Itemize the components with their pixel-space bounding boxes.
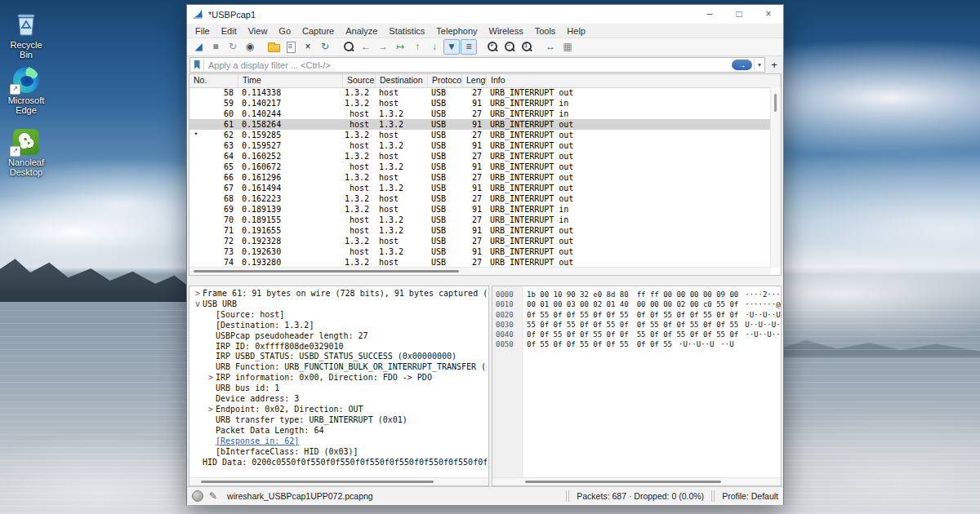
response-link[interactable]: [Response in: 62] [216, 436, 299, 447]
detail-line[interactable]: [Response in: 62] [191, 436, 487, 447]
close-button[interactable]: × [754, 5, 783, 24]
detail-line[interactable]: Packet Data Length: 64 [191, 426, 487, 436]
detail-line[interactable]: URB Function: URB_FUNCTION_BULK_OR_INTER… [191, 362, 487, 373]
tree-expander-icon[interactable]: > [193, 289, 203, 299]
detail-line[interactable]: [bInterfaceClass: HID (0x03)] [191, 447, 487, 458]
packet-row-65[interactable]: 650.160672host1.3.2USB91URB_INTERRUPT ou… [189, 162, 771, 172]
packet-row-71[interactable]: 710.191655host1.3.2USB91URB_INTERRUPT ou… [189, 225, 771, 236]
display-filter-input[interactable]: Apply a display filter ... <Ctrl-/> → ▾ [189, 57, 765, 73]
packet-row-58[interactable]: 580.1143381.3.2hostUSB27URB_INTERRUPT ou… [189, 87, 771, 98]
column-header-protocol[interactable]: Protocol [428, 74, 462, 87]
menu-view[interactable]: View [243, 25, 274, 37]
go-last-icon[interactable]: ↓ [426, 39, 443, 55]
hex-row[interactable]: 00001b 00 10 90 32 e0 8d 80ff ff 00 00 0… [492, 290, 781, 299]
detail-line[interactable]: vUSB URB [191, 299, 487, 310]
detail-line[interactable]: [Destination: 1.3.2] [191, 321, 487, 331]
zoom-out-icon[interactable]: − [501, 39, 518, 55]
maximize-button[interactable]: □ [724, 5, 754, 24]
menu-help[interactable]: Help [561, 25, 591, 37]
add-filter-button-plus[interactable]: + [768, 59, 781, 71]
detail-line[interactable]: IRP ID: 0xffff808de0329010 [191, 342, 487, 352]
packet-row-60[interactable]: 600.140244host1.3.2USB27URB_INTERRUPT in [189, 109, 771, 119]
auto-scroll-icon[interactable]: ▼ [443, 39, 460, 55]
detail-line[interactable]: >IRP information: 0x00, Direction: FDO -… [191, 373, 487, 383]
expert-info-icon[interactable] [192, 490, 203, 502]
hex-row[interactable]: 003055 0f 0f 55 0f 0f 55 0f0f 55 0f 0f 5… [492, 320, 781, 330]
packet-list-horizontal-scrollbar[interactable] [189, 267, 771, 275]
filter-dropdown-caret[interactable]: ▾ [754, 59, 764, 71]
desktop-icon-microsoft-edge[interactable]: ↗ Microsoft Edge [3, 67, 49, 115]
detail-horizontal-scrollbar[interactable] [189, 477, 488, 485]
menu-go[interactable]: Go [273, 25, 296, 37]
detail-line[interactable]: >Endpoint: 0x02, Direction: OUT [191, 405, 487, 415]
packet-detail-pane[interactable]: >Frame 61: 91 bytes on wire (728 bits), … [189, 286, 489, 486]
detail-line[interactable]: [Source: host] [191, 310, 487, 321]
packet-row-68[interactable]: 680.1622231.3.2hostUSB27URB_INTERRUPT ou… [189, 193, 771, 204]
title-bar[interactable]: *USBPcap1 – □ × [187, 5, 783, 24]
go-forward-icon[interactable]: → [375, 39, 391, 55]
apply-filter-button[interactable]: → [732, 60, 752, 70]
detail-line[interactable]: USBPcap pseudoheader length: 27 [191, 331, 487, 342]
desktop-icon-nanoleaf-desktop[interactable]: ↗ Nanoleaf Desktop [3, 129, 49, 177]
column-header-length[interactable]: Length [462, 74, 487, 87]
menu-statistics[interactable]: Statistics [383, 25, 430, 37]
reload-file-icon[interactable]: ↻ [317, 39, 333, 55]
column-header-info[interactable]: Info [487, 74, 781, 87]
packet-list-header[interactable]: No.TimeSourceDestinationProtocolLengthIn… [189, 74, 781, 88]
column-header-no[interactable]: No. [189, 74, 238, 87]
tree-expander-icon[interactable]: > [206, 373, 216, 383]
go-to-packet-icon[interactable]: ↦ [392, 39, 408, 55]
column-header-destination[interactable]: Destination [376, 74, 428, 87]
packet-row-59[interactable]: 590.1402171.3.2hostUSB91URB_INTERRUPT in [189, 98, 771, 109]
column-header-time[interactable]: Time [238, 74, 343, 87]
filter-bookmark-icon[interactable] [190, 59, 204, 71]
save-file-icon[interactable] [283, 39, 299, 55]
detail-line[interactable]: IRP USBD_STATUS: USBD_STATUS_SUCCESS (0x… [191, 352, 487, 362]
menu-wireless[interactable]: Wireless [483, 25, 529, 37]
go-first-icon[interactable]: ↑ [409, 39, 425, 55]
detail-line[interactable]: >Frame 61: 91 bytes on wire (728 bits), … [191, 289, 487, 299]
packet-row-62[interactable]: •620.1592851.3.2hostUSB27URB_INTERRUPT o… [189, 130, 771, 140]
start-capture-icon[interactable]: ◢ [190, 39, 207, 55]
packet-row-64[interactable]: 640.1602521.3.2hostUSB27URB_INTERRUPT ou… [189, 151, 771, 162]
packet-row-67[interactable]: 670.161494host1.3.2USB91URB_INTERRUPT ou… [189, 183, 771, 193]
hex-row[interactable]: 001000 01 00 03 00 02 01 4000 00 00 02 0… [492, 299, 781, 309]
packet-row-63[interactable]: 630.159527host1.3.2USB91URB_INTERRUPT ou… [189, 140, 771, 151]
restart-capture-icon[interactable]: ↻ [225, 39, 241, 55]
resize-columns-icon[interactable]: ↔ [542, 39, 559, 55]
column-layout-icon[interactable]: ▦ [559, 39, 576, 55]
hex-row[interactable]: 00400f 0f 55 0f 0f 55 0f 0f55 0f 0f 55 0… [492, 330, 781, 339]
detail-line[interactable]: Device address: 3 [191, 394, 487, 405]
close-file-icon[interactable]: × [300, 39, 316, 55]
go-back-icon[interactable]: ← [358, 39, 374, 55]
detail-line[interactable]: HID Data: 0200c0550f0f550f0f550f0f550f0f… [191, 458, 487, 468]
packet-row-72[interactable]: 720.1923281.3.2hostUSB27URB_INTERRUPT ou… [189, 236, 771, 246]
detail-line[interactable]: URB bus id: 1 [191, 383, 487, 394]
zoom-100-icon[interactable]: 1 [519, 39, 535, 55]
packet-row-70[interactable]: 700.189155host1.3.2USB27URB_INTERRUPT in [189, 215, 771, 225]
packet-bytes-pane[interactable]: 00001b 00 10 90 32 e0 8d 80ff ff 00 00 0… [492, 286, 782, 486]
find-packet-icon[interactable] [341, 39, 357, 55]
tree-expander-icon[interactable]: v [193, 299, 203, 310]
packet-row-69[interactable]: 690.1891391.3.2hostUSB91URB_INTERRUPT in [189, 204, 771, 215]
tree-expander-icon[interactable]: > [206, 405, 216, 415]
colorize-icon[interactable]: ≡ [461, 39, 477, 55]
stop-capture-icon[interactable]: ■ [207, 39, 224, 55]
hex-horizontal-scrollbar[interactable] [492, 477, 781, 485]
packet-row-66[interactable]: 660.1612961.3.2hostUSB27URB_INTERRUPT ou… [189, 172, 771, 183]
menu-telephony[interactable]: Telephony [430, 25, 483, 37]
packet-row-73[interactable]: 730.192630host1.3.2USB91URB_INTERRUPT ou… [189, 246, 771, 257]
pane-splitter[interactable] [187, 276, 783, 286]
column-header-source[interactable]: Source [343, 74, 376, 87]
minimize-button[interactable]: – [695, 5, 724, 24]
packet-row-61[interactable]: 610.158264host1.3.2USB91URB_INTERRUPT ou… [189, 119, 771, 130]
menu-file[interactable]: File [189, 25, 216, 37]
capture-comment-icon[interactable]: ✎ [209, 490, 217, 502]
menu-tools[interactable]: Tools [529, 25, 562, 37]
packet-list-vertical-scrollbar[interactable] [770, 87, 781, 268]
hex-row[interactable]: 00500f 55 0f 0f 55 0f 0f 550f 0f 55·U··U… [492, 339, 781, 349]
menu-capture[interactable]: Capture [296, 25, 340, 37]
menu-edit[interactable]: Edit [216, 25, 243, 37]
hex-row[interactable]: 00200f 55 0f 0f 55 0f 0f 550f 0f 55 0f 0… [492, 310, 781, 320]
capture-options-icon[interactable]: ◉ [242, 39, 258, 55]
